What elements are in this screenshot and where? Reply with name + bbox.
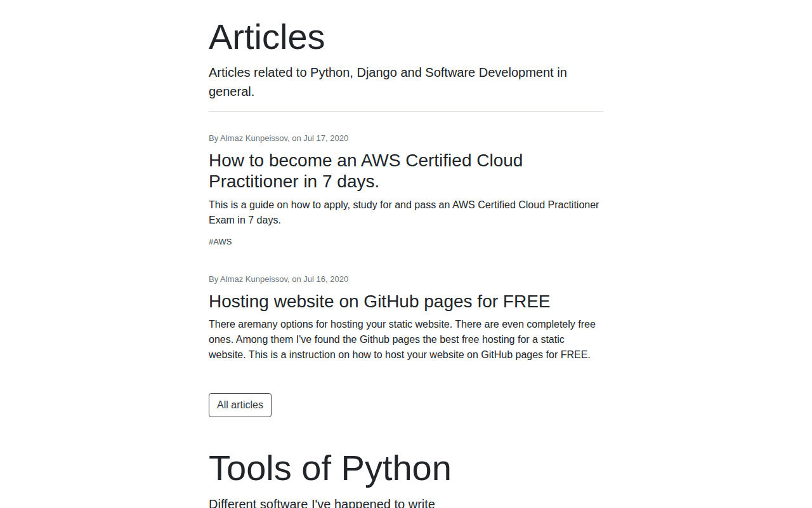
articles-section-title: Articles	[209, 15, 603, 58]
tag-aws-link[interactable]: #AWS	[209, 237, 232, 246]
article-card-aws-practitioner: By Almaz Kunpeissov, on Jul 17, 2020 How…	[209, 132, 603, 248]
article-byline: By Almaz Kunpeissov, on Jul 17, 2020	[209, 132, 603, 145]
tools-section-title: Tools of Python	[209, 446, 603, 489]
article-byline: By Almaz Kunpeissov, on Jul 16, 2020	[209, 273, 603, 286]
article-card-github-pages: By Almaz Kunpeissov, on Jul 16, 2020 Hos…	[209, 273, 603, 363]
articles-section: Articles Articles related to Python, Dja…	[209, 15, 603, 417]
section-divider	[209, 111, 603, 112]
tools-section: Tools of Python Different software I've …	[209, 446, 603, 508]
article-title-link[interactable]: How to become an AWS Certified Cloud Pra…	[209, 150, 603, 192]
all-articles-row: All articles	[209, 393, 603, 417]
article-tags: #AWS	[209, 236, 603, 248]
article-excerpt: There aremany options for hosting your s…	[209, 317, 603, 363]
articles-section-subtitle: Articles related to Python, Django and S…	[209, 63, 603, 101]
article-title-link[interactable]: Hosting website on GitHub pages for FREE	[209, 291, 603, 312]
main-content: Articles Articles related to Python, Dja…	[209, 0, 603, 508]
article-excerpt: This is a guide on how to apply, study f…	[209, 197, 603, 228]
all-articles-button[interactable]: All articles	[209, 393, 272, 417]
tools-section-subtitle: Different software I've happened to writ…	[209, 495, 603, 508]
